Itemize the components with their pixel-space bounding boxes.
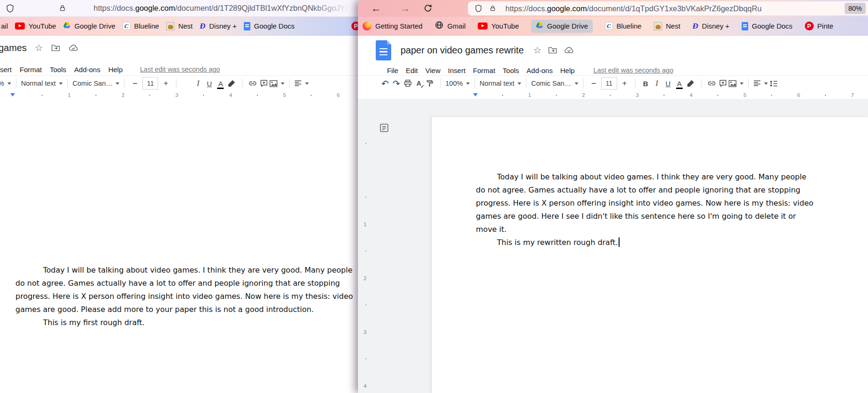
doc-text-line[interactable]: games are good. Here I see I didn't like… (476, 210, 813, 223)
zoom-select-partial[interactable]: % (0, 80, 11, 87)
browser-zoom-badge[interactable]: 80% (845, 3, 866, 14)
zoom-select[interactable]: 100% (445, 80, 470, 87)
move-to-folder-icon[interactable] (51, 44, 60, 52)
line-spacing-button[interactable] (768, 77, 779, 89)
cloud-status-icon[interactable] (564, 46, 574, 54)
underline-button[interactable]: U (663, 77, 674, 89)
right-document-page[interactable]: Today I will be talking about video game… (431, 117, 868, 393)
lock-icon[interactable] (489, 5, 496, 14)
star-icon[interactable]: ☆ (35, 43, 43, 52)
doc-text-line[interactable]: Today I will be talking about video game… (15, 264, 353, 277)
move-to-folder-icon[interactable] (548, 46, 557, 54)
bookmark-google-docs[interactable]: Google Docs (244, 22, 295, 30)
menu-item-view[interactable]: View (425, 67, 440, 74)
menu-item-edit[interactable]: Edit (406, 67, 418, 74)
left-document-page[interactable]: Today I will be talking about video game… (0, 99, 363, 393)
paint-format-button[interactable] (424, 77, 436, 89)
text-color-button[interactable]: A (215, 77, 226, 89)
star-icon[interactable]: ☆ (533, 45, 541, 55)
doc-text-line[interactable]: move it. (476, 223, 813, 236)
bookmark-google-docs[interactable]: Google Docs (742, 22, 793, 30)
highlight-color-button[interactable] (226, 77, 237, 89)
menu-item-add-ons[interactable]: Add-ons (74, 66, 101, 74)
doc-title[interactable]: paper on video games rewrite (401, 45, 524, 56)
insert-comment-button[interactable] (717, 77, 729, 89)
right-horizontal-ruler[interactable]: 1234567 (358, 92, 868, 99)
decrease-font-size-button[interactable]: − (129, 77, 140, 89)
document-outline-icon[interactable] (379, 123, 389, 134)
doc-text-line[interactable]: This is my rewritten rough draft. (476, 236, 813, 249)
bookmark-disney-plus[interactable]: ÐDisney + (693, 22, 729, 30)
left-horizontal-ruler[interactable]: 123456 (0, 92, 363, 99)
shield-icon[interactable] (474, 4, 482, 15)
menu-item-help[interactable]: Help (108, 66, 123, 74)
bold-button[interactable]: B (640, 77, 651, 89)
insert-image-button[interactable] (270, 77, 284, 89)
menu-item-insert[interactable]: Insert (448, 67, 466, 74)
doc-text-line[interactable]: progress. Here is X person offering insi… (476, 197, 813, 210)
underline-button[interactable]: U (204, 77, 215, 89)
bookmark-gmail[interactable]: Gmail (435, 21, 466, 31)
bookmark-pinterest[interactable]: PPinte (805, 22, 833, 30)
shield-icon[interactable] (6, 4, 15, 15)
increase-font-size-button[interactable]: + (619, 77, 630, 89)
menu-item-add-ons[interactable]: Add-ons (526, 67, 553, 74)
paragraph-style-select[interactable]: Normal text (480, 80, 521, 87)
doc-title-partial[interactable]: games (0, 43, 27, 53)
doc-text-line[interactable]: This is my first rough draft. (15, 316, 353, 329)
bookmark-nest[interactable]: Nest (166, 22, 193, 30)
doc-text-line[interactable]: games are good. Please add more to your … (15, 303, 353, 316)
paragraph-style-select[interactable]: Normal text (21, 80, 63, 87)
bookmark-gmail-partial[interactable]: ail (1, 22, 8, 30)
italic-button[interactable]: I (651, 77, 663, 89)
doc-text-line[interactable]: progress. Here is X person offering insi… (15, 290, 353, 303)
bookmark-nest[interactable]: Nest (654, 22, 680, 30)
menu-item-format[interactable]: Format (473, 67, 496, 74)
font-select[interactable]: Comic San… (531, 80, 578, 87)
insert-link-button[interactable] (247, 77, 258, 89)
text-color-button[interactable]: A (674, 77, 685, 89)
bookmark-google-drive[interactable]: Google Drive (531, 20, 593, 33)
right-url-bar[interactable]: https://docs.google.com/document/d/1qTpd… (468, 1, 868, 15)
google-docs-file-icon[interactable] (376, 40, 391, 60)
menu-item-tools[interactable]: Tools (50, 66, 66, 74)
cloud-status-icon[interactable] (68, 44, 79, 52)
right-vertical-ruler[interactable]: 1234 (360, 99, 372, 393)
highlight-color-button[interactable] (685, 77, 696, 89)
decrease-font-size-button[interactable]: − (588, 77, 599, 89)
menu-item-tools[interactable]: Tools (503, 67, 519, 74)
menu-item-help[interactable]: Help (560, 67, 575, 74)
lock-icon[interactable] (59, 4, 66, 14)
bookmark-youtube[interactable]: YouTube (15, 22, 56, 30)
bookmark-blueline[interactable]: CBlueline (123, 22, 159, 30)
insert-image-button[interactable] (729, 77, 744, 89)
insert-comment-button[interactable] (258, 77, 270, 89)
bold-button[interactable] (181, 77, 192, 89)
menu-item-file[interactable]: File (387, 67, 398, 74)
spellcheck-button[interactable]: A✓ (413, 77, 424, 89)
reload-button[interactable] (423, 4, 432, 15)
undo-button[interactable]: ↶ (379, 77, 391, 89)
bookmark-blueline[interactable]: CBlueline (605, 22, 642, 30)
redo-button[interactable]: ↷ (391, 77, 402, 89)
doc-text-line[interactable]: do not agree. Games actually have a lot … (15, 277, 353, 290)
bookmark-youtube[interactable]: YouTube (478, 22, 519, 30)
bookmark-getting-started[interactable]: Getting Started (363, 22, 423, 30)
last-edit-link[interactable]: Last edit was seconds ago (140, 66, 220, 73)
back-button[interactable]: ← (371, 1, 381, 16)
doc-text-line[interactable]: do not agree. Games actually have a lot … (476, 184, 813, 197)
menu-item-format[interactable]: Format (20, 66, 42, 74)
align-button[interactable] (753, 77, 768, 89)
increase-font-size-button[interactable]: + (160, 77, 171, 89)
font-size-value[interactable]: 11 (601, 77, 617, 89)
font-size-value[interactable]: 11 (142, 77, 158, 89)
left-document-text[interactable]: Today I will be talking about video game… (15, 264, 353, 329)
indent-marker[interactable] (473, 93, 478, 96)
last-edit-link[interactable]: Last edit was seconds ago (593, 67, 673, 74)
insert-link-button[interactable] (706, 77, 717, 89)
menu-item-sert[interactable]: sert (0, 66, 12, 74)
italic-button[interactable]: I (192, 77, 204, 89)
bookmark-google-drive[interactable]: Google Drive (63, 22, 116, 30)
left-url-bar[interactable]: https://docs.google.com/document/d/1T289… (0, 0, 363, 17)
right-document-text[interactable]: Today I will be talking about video game… (476, 171, 813, 249)
